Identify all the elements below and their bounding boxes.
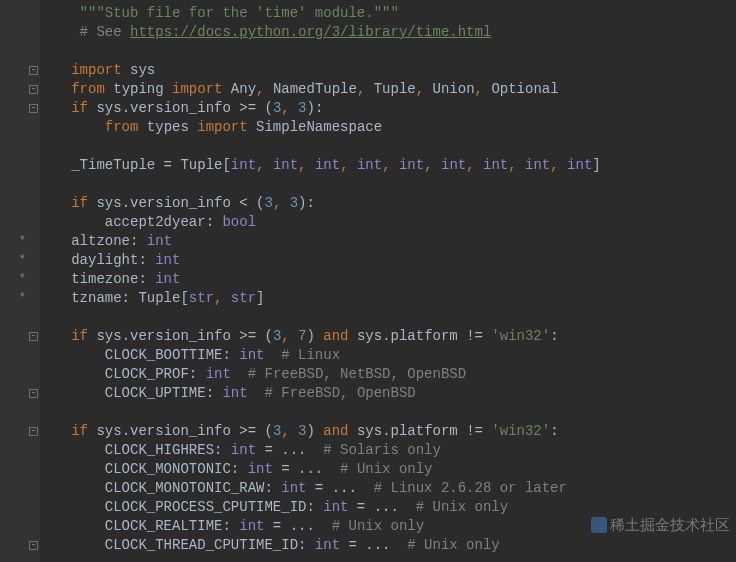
token-kw: , <box>416 81 433 97</box>
token-builtin: int <box>441 157 466 173</box>
token-kw: , <box>214 290 231 306</box>
code-line[interactable]: CLOCK_MONOTONIC: int = ... # Unix only <box>46 460 601 479</box>
code-line[interactable]: altzone: int <box>46 232 601 251</box>
token-plain: CLOCK_PROF: <box>46 366 206 382</box>
gutter-line <box>0 23 40 42</box>
fold-toggle-icon[interactable]: - <box>29 332 38 341</box>
watermark-icon <box>591 517 607 533</box>
token-kw: from <box>71 81 113 97</box>
token-plain: accept2dyear: <box>46 214 222 230</box>
token-kw: , <box>550 157 567 173</box>
editor-code-area[interactable]: """Stub file for the 'time' module.""" #… <box>40 0 601 562</box>
token-plain <box>46 423 71 439</box>
fold-toggle-icon[interactable]: - <box>29 85 38 94</box>
code-line[interactable]: CLOCK_HIGHRES: int = ... # Solaris only <box>46 441 601 460</box>
code-line[interactable]: tzname: Tuple[str, str] <box>46 289 601 308</box>
token-str: 'win32' <box>491 328 550 344</box>
code-line[interactable]: CLOCK_REALTIME: int = ... # Unix only <box>46 517 601 536</box>
code-line[interactable] <box>46 175 601 194</box>
gutter-line <box>0 346 40 365</box>
token-plain: Tuple <box>374 81 416 97</box>
code-line[interactable]: from types import SimpleNamespace <box>46 118 601 137</box>
code-editor[interactable]: ---****---- """Stub file for the 'time' … <box>0 0 736 562</box>
token-plain <box>46 81 71 97</box>
code-line[interactable] <box>46 308 601 327</box>
gutter-line <box>0 42 40 61</box>
fold-toggle-icon[interactable]: - <box>29 104 38 113</box>
token-builtin: int <box>239 347 264 363</box>
code-line[interactable]: timezone: int <box>46 270 601 289</box>
fold-toggle-icon[interactable]: - <box>29 541 38 550</box>
code-line[interactable]: accept2dyear: bool <box>46 213 601 232</box>
code-line[interactable]: if sys.version_info >= (3, 3) and sys.pl… <box>46 422 601 441</box>
code-line[interactable]: _TimeTuple = Tuple[int, int, int, int, i… <box>46 156 601 175</box>
token-plain: _TimeTuple = Tuple[ <box>46 157 231 173</box>
token-builtin: int <box>147 233 172 249</box>
gutter-line <box>0 156 40 175</box>
code-line[interactable]: if sys.version_info >= (3, 7) and sys.pl… <box>46 327 601 346</box>
token-plain <box>46 5 80 21</box>
token-kw: , <box>508 157 525 173</box>
token-kw: import <box>172 81 231 97</box>
token-plain: sys.version_info >= ( <box>96 328 272 344</box>
token-plain <box>248 385 265 401</box>
fold-toggle-icon[interactable]: - <box>29 389 38 398</box>
code-line[interactable]: CLOCK_BOOTTIME: int # Linux <box>46 346 601 365</box>
code-line[interactable]: CLOCK_PROCESS_CPUTIME_ID: int = ... # Un… <box>46 498 601 517</box>
gutter-line: - <box>0 61 40 80</box>
token-builtin: str <box>231 290 256 306</box>
token-plain: typing <box>113 81 172 97</box>
code-line[interactable]: daylight: int <box>46 251 601 270</box>
modified-marker-icon: * <box>19 270 26 289</box>
code-line[interactable] <box>46 42 601 61</box>
gutter-line <box>0 460 40 479</box>
code-line[interactable]: CLOCK_MONOTONIC_RAW: int = ... # Linux 2… <box>46 479 601 498</box>
gutter-line <box>0 137 40 156</box>
token-plain: sys.version_info >= ( <box>96 100 272 116</box>
token-kw: if <box>71 100 96 116</box>
token-plain: ] <box>592 157 600 173</box>
gutter-line <box>0 194 40 213</box>
token-builtin: int <box>483 157 508 173</box>
token-plain: sys.version_info >= ( <box>96 423 272 439</box>
gutter-line: - <box>0 80 40 99</box>
code-line[interactable]: CLOCK_PROF: int # FreeBSD, NetBSD, OpenB… <box>46 365 601 384</box>
code-line[interactable] <box>46 137 601 156</box>
code-line[interactable]: CLOCK_THREAD_CPUTIME_ID: int = ... # Uni… <box>46 536 601 555</box>
token-str: 'win32' <box>491 423 550 439</box>
token-plain: : <box>550 328 558 344</box>
code-line[interactable]: CLOCK_UPTIME: int # FreeBSD, OpenBSD <box>46 384 601 403</box>
gutter-line: - <box>0 422 40 441</box>
token-builtin: str <box>189 290 214 306</box>
token-plain: tzname: Tuple[ <box>46 290 189 306</box>
token-cmt: # Unix only <box>407 537 499 553</box>
code-line[interactable]: """Stub file for the 'time' module.""" <box>46 4 601 23</box>
token-plain: CLOCK_MONOTONIC_RAW: <box>46 480 281 496</box>
token-plain: CLOCK_HIGHRES: <box>46 442 231 458</box>
token-builtin: int <box>222 385 247 401</box>
token-plain <box>46 24 80 40</box>
code-line[interactable]: from typing import Any, NamedTuple, Tupl… <box>46 80 601 99</box>
token-cmt: # Linux <box>281 347 340 363</box>
code-line[interactable] <box>46 403 601 422</box>
token-builtin: int <box>206 366 231 382</box>
gutter-line <box>0 118 40 137</box>
fold-toggle-icon[interactable]: - <box>29 427 38 436</box>
code-line[interactable]: # See https://docs.python.org/3/library/… <box>46 23 601 42</box>
token-kw: , <box>340 157 357 173</box>
token-plain: CLOCK_REALTIME: <box>46 518 239 534</box>
code-line[interactable]: if sys.version_info < (3, 3): <box>46 194 601 213</box>
token-builtin: int <box>155 252 180 268</box>
token-kw: and <box>323 328 357 344</box>
fold-toggle-icon[interactable]: - <box>29 66 38 75</box>
token-cmt: # Solaris only <box>323 442 441 458</box>
token-kw: , <box>256 157 273 173</box>
token-kw: , <box>256 81 273 97</box>
token-plain: sys.platform != <box>357 328 491 344</box>
token-plain <box>264 347 281 363</box>
token-kw: if <box>71 423 96 439</box>
token-kw: , <box>298 157 315 173</box>
code-line[interactable]: import sys <box>46 61 601 80</box>
token-kw: , <box>424 157 441 173</box>
code-line[interactable]: if sys.version_info >= (3, 3): <box>46 99 601 118</box>
